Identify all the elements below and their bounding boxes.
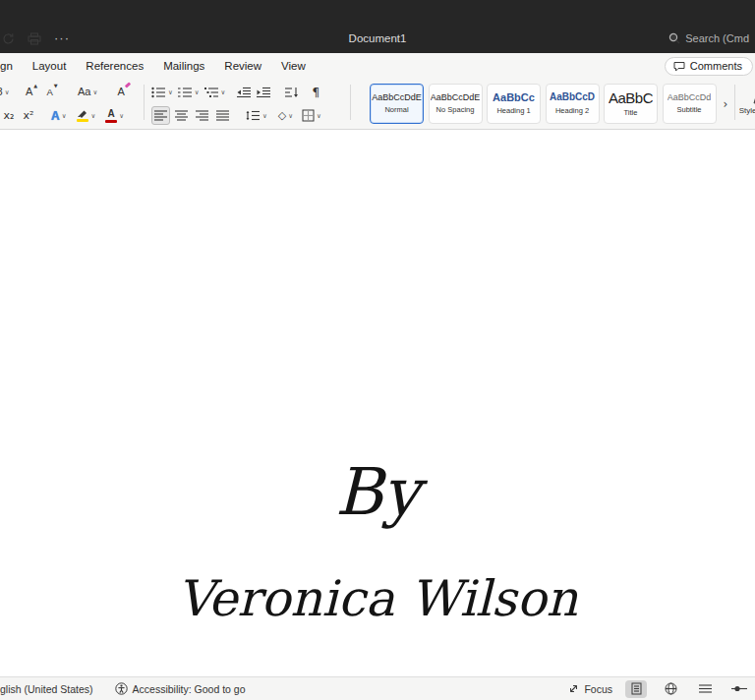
style-heading-1[interactable]: AaBbCc Heading 1 (487, 84, 541, 124)
print-layout-view-button[interactable] (625, 680, 647, 698)
print-icon[interactable] (28, 32, 41, 45)
accessibility-status[interactable]: Accessibility: Good to go (115, 682, 246, 695)
eraser-icon (125, 82, 132, 88)
word-window: ··· Document1 Search (Cmd gn Layout Refe… (0, 0, 755, 700)
search-label: Search (Cmd (685, 32, 749, 44)
titlebar-content: ··· Document1 Search (Cmd (0, 28, 755, 49)
font-size-select[interactable]: 8 ∨ (0, 83, 10, 101)
chevron-down-icon[interactable]: ∨ (288, 112, 293, 120)
increase-indent-button[interactable] (257, 83, 271, 101)
align-right-button[interactable] (193, 106, 211, 125)
shrink-font-button[interactable]: A ▼ (45, 83, 59, 101)
highlight-color-button[interactable]: ∨ (76, 106, 95, 125)
numbered-list-icon (178, 87, 193, 98)
group-separator (350, 85, 351, 120)
document-author-text[interactable]: Veronica Wilson (0, 574, 755, 623)
chevron-down-icon[interactable]: ∨ (195, 88, 200, 96)
chevron-down-icon[interactable]: ∨ (262, 112, 267, 120)
line-spacing-button[interactable]: ∨ (246, 106, 267, 125)
tab-layout[interactable]: Layout (23, 60, 77, 72)
change-case-button[interactable]: Aa ∨ (78, 83, 97, 101)
font-color-button[interactable]: A ∨ (105, 106, 124, 125)
tab-review[interactable]: Review (214, 60, 271, 72)
bullets-button[interactable]: ∨ (151, 83, 173, 101)
outdent-icon (237, 87, 252, 98)
style-normal[interactable]: AaBbCcDdE Normal (370, 84, 424, 124)
indent-icon (257, 87, 271, 98)
style-sample: AaBbCcDd (668, 93, 712, 102)
chevron-down-icon[interactable]: ∨ (317, 112, 321, 120)
decrease-indent-button[interactable] (237, 83, 252, 101)
comments-button[interactable]: Comments (665, 57, 753, 76)
font-color-swatch (105, 120, 117, 123)
focus-button[interactable]: Focus (568, 683, 612, 695)
style-sample: AaBbCc (493, 92, 535, 104)
styles-pane-label: Styles Pane (739, 106, 755, 115)
search-box[interactable]: Search (Cmd (668, 32, 749, 44)
style-sample: AaBbCcDdE (372, 93, 422, 102)
globe-icon (665, 682, 677, 695)
align-left-button[interactable] (151, 106, 170, 125)
tab-mailings[interactable]: Mailings (153, 60, 214, 72)
justify-button[interactable] (213, 106, 232, 125)
gallery-next-icon[interactable]: › (721, 84, 730, 124)
sort-icon (285, 87, 299, 98)
chevron-down-icon[interactable]: ∨ (5, 88, 10, 96)
web-layout-view-button[interactable] (660, 680, 681, 698)
status-right: Focus (568, 680, 755, 698)
text-effects-button[interactable]: A ∨ (51, 106, 66, 125)
sync-icon[interactable] (2, 32, 15, 45)
style-title[interactable]: AaBbC Title (604, 84, 658, 124)
style-name: Title (624, 108, 638, 117)
grow-font-button[interactable]: A ▲ (25, 83, 38, 101)
shading-button[interactable]: ◇ ∨ (278, 106, 293, 125)
chevron-down-icon[interactable]: ∨ (168, 88, 173, 96)
paragraph-group-row1: ∨ ∨ ∨ (151, 83, 322, 101)
show-paragraph-marks-button[interactable]: ¶ (309, 83, 322, 101)
accessibility-label: Accessibility: Good to go (133, 683, 246, 695)
highlighter-icon (76, 109, 88, 122)
chevron-down-icon[interactable]: ∨ (92, 88, 97, 96)
multilevel-list-button[interactable]: ∨ (204, 83, 226, 101)
multilevel-list-icon (204, 87, 219, 98)
subscript-button[interactable]: x₂ (2, 106, 16, 125)
align-center-icon (175, 110, 188, 121)
status-left: glish (United States) Accessibility: Goo… (0, 682, 246, 695)
style-heading-2[interactable]: AaBbCcD Heading 2 (546, 84, 600, 124)
chevron-down-icon[interactable]: ∨ (221, 88, 226, 96)
borders-button[interactable]: ∨ (302, 106, 321, 125)
style-no-spacing[interactable]: AaBbCcDdE No Spacing (429, 84, 483, 124)
zoom-slider-icon (731, 683, 747, 694)
font-group-row2: x₂ x² A ∨ ∨ A ∨ (0, 106, 124, 125)
document-canvas[interactable]: By Veronica Wilson (0, 130, 755, 676)
line-spacing-icon (246, 110, 261, 121)
style-name: Heading 1 (496, 106, 530, 115)
font-color-icon: A (105, 109, 117, 123)
language-status[interactable]: glish (United States) (0, 683, 93, 695)
numbering-button[interactable]: ∨ (178, 83, 200, 101)
page-icon (631, 682, 642, 695)
styles-pane-button[interactable]: Styles Pane (737, 84, 755, 124)
titlebar: ··· Document1 Search (Cmd (0, 0, 755, 53)
style-sample: AaBbCcDdE (431, 93, 481, 102)
zoom-slider[interactable] (728, 680, 750, 698)
clear-formatting-button[interactable]: A (114, 83, 128, 101)
ribbon-tabs: gn Layout References Mailings Review Vie… (0, 53, 755, 78)
tab-view[interactable]: View (271, 60, 316, 72)
align-center-button[interactable] (172, 106, 191, 125)
tab-references[interactable]: References (76, 60, 153, 72)
group-separator (144, 85, 145, 120)
more-actions-icon[interactable]: ··· (54, 33, 70, 43)
style-name: No Spacing (436, 105, 475, 114)
sort-button[interactable] (285, 83, 299, 101)
chevron-down-icon[interactable]: ∨ (119, 112, 124, 120)
chevron-down-icon[interactable]: ∨ (62, 112, 67, 120)
superscript-button[interactable]: x² (22, 106, 35, 125)
document-byline-text[interactable]: By (0, 460, 755, 525)
chevron-down-icon[interactable]: ∨ (90, 112, 95, 120)
style-subtitle[interactable]: AaBbCcDd Subtitle (663, 84, 717, 124)
search-icon (668, 32, 680, 44)
bullet-list-icon (151, 87, 166, 98)
outline-view-button[interactable] (694, 680, 716, 698)
tab-design-partial[interactable]: gn (0, 60, 23, 72)
